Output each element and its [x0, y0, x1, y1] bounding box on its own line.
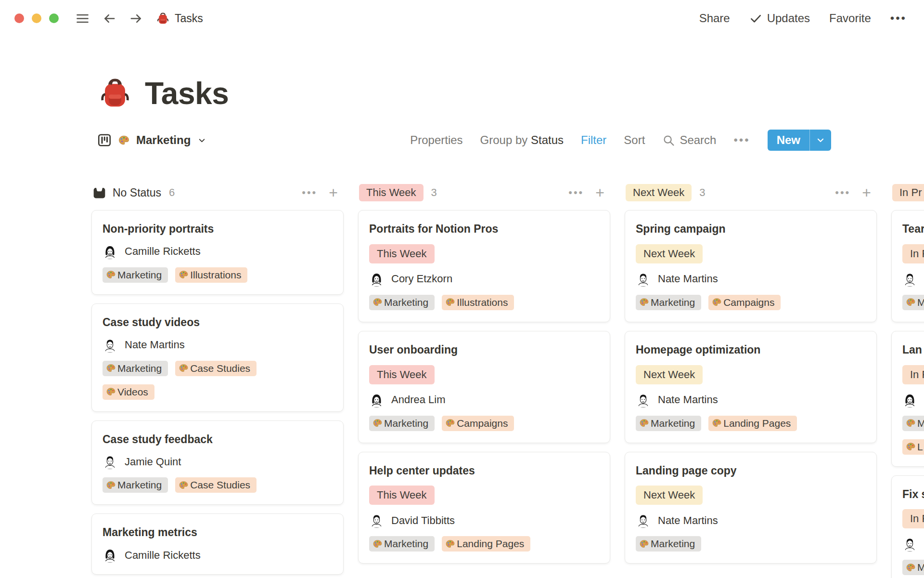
- updates-button[interactable]: Updates: [749, 12, 810, 25]
- card-assignee: Nate Martins: [636, 393, 866, 407]
- task-card[interactable]: User onboardingThis WeekAndrea LimMarket…: [358, 331, 610, 443]
- card-title: User onboarding: [369, 343, 599, 357]
- sort-button[interactable]: Sort: [624, 133, 645, 147]
- card-assignee: Nate Martins: [103, 338, 333, 353]
- column-title-label: No Status: [113, 186, 161, 199]
- tag-label: Campaigns: [457, 418, 508, 429]
- column-more-button[interactable]: •••: [302, 186, 317, 199]
- page-backpack-icon[interactable]: [99, 77, 131, 110]
- tag-label: Marketing: [384, 297, 428, 308]
- favorite-button[interactable]: Favorite: [829, 12, 871, 25]
- column-status-pill[interactable]: Next Week: [626, 184, 692, 201]
- board-view-icon: [97, 133, 112, 147]
- task-card[interactable]: Case study videosNate MartinsMarketingCa…: [91, 303, 344, 412]
- card-tag-row: L: [902, 439, 924, 455]
- task-card[interactable]: TearIn PDM: [891, 210, 924, 322]
- tag-illustrations: Illustrations: [442, 295, 514, 310]
- card-title: Non-priority portraits: [103, 222, 333, 236]
- chevron-down-icon: [815, 135, 826, 145]
- task-card[interactable]: LanIn PCML: [891, 331, 924, 467]
- task-card[interactable]: Marketing metricsCamille Ricketts: [91, 513, 344, 575]
- filter-button[interactable]: Filter: [581, 133, 606, 147]
- column-actions: •••+: [302, 185, 338, 200]
- tag-label: M: [917, 562, 924, 573]
- tag-marketing: Marketing: [103, 477, 168, 493]
- tag-label: Illustrations: [457, 297, 508, 308]
- tag-label: Marketing: [384, 538, 428, 550]
- avatar: [369, 393, 384, 407]
- task-card[interactable]: Landing page copyNext WeekNate MartinsMa…: [625, 452, 877, 564]
- column-more-button[interactable]: •••: [835, 186, 850, 199]
- avatar: [103, 244, 117, 259]
- forward-arrow-icon[interactable]: [129, 12, 143, 26]
- column-header: Next Week3•••+: [625, 183, 877, 202]
- share-button[interactable]: Share: [699, 12, 730, 25]
- column-count: 3: [431, 186, 437, 199]
- avatar: [103, 548, 117, 563]
- card-status-row: Next Week: [636, 244, 866, 263]
- column-header: No Status6•••+: [91, 183, 344, 202]
- column-more-button[interactable]: •••: [568, 186, 584, 199]
- palette-icon: [445, 297, 455, 307]
- group-by-button[interactable]: Group by Status: [480, 133, 564, 147]
- card-tag-row: M: [902, 416, 924, 431]
- more-menu-button[interactable]: •••: [890, 13, 907, 24]
- column-add-button[interactable]: +: [862, 185, 871, 200]
- task-card[interactable]: Fix sIn PDM: [891, 475, 924, 578]
- tag-label: M: [917, 297, 924, 308]
- tag-marketing: Marketing: [636, 536, 701, 552]
- page-title[interactable]: Tasks: [145, 74, 229, 113]
- close-window-button[interactable]: [14, 13, 24, 23]
- task-card[interactable]: Help center updatesThis WeekDavid Tibbit…: [358, 452, 610, 564]
- assignee-name: Nate Martins: [125, 339, 185, 351]
- tag-label: Marketing: [117, 269, 162, 281]
- column-add-button[interactable]: +: [595, 185, 604, 200]
- card-title: Spring campaign: [636, 222, 866, 236]
- column-status-pill[interactable]: This Week: [359, 184, 424, 201]
- search-button[interactable]: Search: [662, 133, 716, 147]
- search-icon: [662, 134, 675, 147]
- minimize-window-button[interactable]: [32, 13, 41, 23]
- breadcrumb[interactable]: Tasks: [156, 12, 203, 25]
- task-card[interactable]: Homepage optimizationNext WeekNate Marti…: [625, 331, 877, 443]
- card-status-pill: This Week: [369, 244, 435, 263]
- kanban-board: No Status6•••+Non-priority portraitsCami…: [0, 183, 924, 578]
- column-title[interactable]: No Status: [92, 186, 161, 200]
- back-arrow-icon[interactable]: [103, 12, 116, 26]
- card-tag-row: MarketingCampaigns: [369, 416, 599, 431]
- task-card[interactable]: Portraits for Notion ProsThis WeekCory E…: [358, 210, 610, 322]
- maximize-window-button[interactable]: [49, 13, 59, 23]
- view-switcher[interactable]: Marketing: [97, 133, 207, 147]
- palette-icon: [372, 297, 383, 307]
- column-add-button[interactable]: +: [329, 185, 338, 200]
- tag-case-studies: Case Studies: [175, 477, 257, 493]
- card-assignee: D: [902, 272, 924, 287]
- tag-m: M: [902, 295, 924, 310]
- card-title: Help center updates: [369, 464, 599, 478]
- task-card[interactable]: Case study feedbackJamie QuintMarketingC…: [91, 420, 344, 505]
- tag-m: M: [902, 560, 924, 575]
- properties-button[interactable]: Properties: [410, 133, 462, 147]
- column-count: 6: [169, 186, 175, 199]
- palette-icon: [179, 270, 189, 280]
- task-card[interactable]: Non-priority portraitsCamille RickettsMa…: [91, 210, 344, 295]
- tag-illustrations: Illustrations: [175, 267, 247, 283]
- column-status-pill[interactable]: In Pr: [892, 184, 924, 201]
- card-title: Case study feedback: [103, 433, 333, 447]
- tag-landing-pages: Landing Pages: [442, 536, 530, 552]
- sidebar-toggle-icon[interactable]: [75, 11, 90, 26]
- card-assignee: Nate Martins: [636, 272, 866, 287]
- card-title: Portraits for Notion Pros: [369, 222, 599, 236]
- assignee-name: Nate Martins: [658, 514, 718, 527]
- assignee-name: Nate Martins: [658, 394, 718, 406]
- card-tag-row: MarketingCase Studies: [103, 361, 333, 376]
- palette-icon: [106, 480, 116, 490]
- tag-marketing: Marketing: [369, 295, 435, 310]
- task-card[interactable]: Spring campaignNext WeekNate MartinsMark…: [625, 210, 877, 322]
- new-button[interactable]: New: [768, 130, 809, 151]
- tag-label: Marketing: [651, 538, 695, 550]
- column-cards: Spring campaignNext WeekNate MartinsMark…: [625, 210, 877, 564]
- new-dropdown-button[interactable]: [810, 130, 831, 151]
- toolbar-more-button[interactable]: •••: [733, 133, 750, 147]
- card-status-row: This Week: [369, 486, 599, 505]
